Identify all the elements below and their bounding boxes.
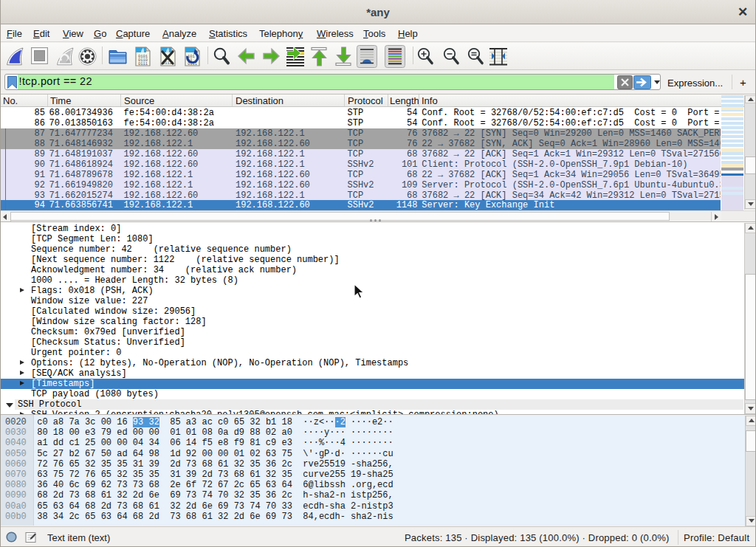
svg-text:0111: 0111 <box>138 62 148 66</box>
